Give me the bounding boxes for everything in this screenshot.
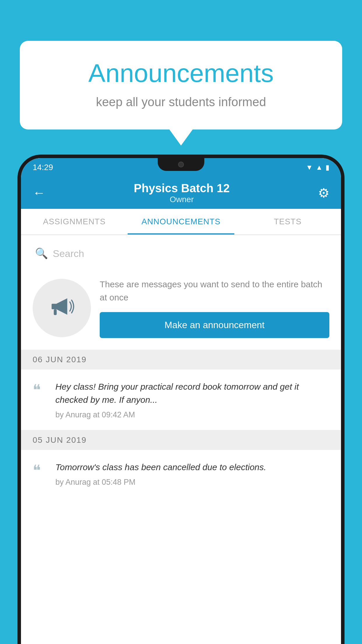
message-author-2: by Anurag at 05:48 PM (55, 478, 329, 487)
search-placeholder: Search (53, 248, 84, 259)
date-label-1: 06 JUN 2019 (33, 355, 87, 364)
megaphone-icon-inner (47, 293, 76, 323)
speech-bubble-tail (169, 130, 193, 146)
date-label-2: 05 JUN 2019 (33, 435, 87, 445)
svg-marker-0 (56, 298, 67, 314)
make-announcement-button[interactable]: Make an announcement (100, 312, 329, 338)
camera (178, 162, 184, 167)
message-text-2: Tomorrow's class has been cancelled due … (55, 461, 329, 474)
status-icons: ▼ ▲ ▮ (306, 163, 329, 172)
message-content-1: Hey class! Bring your practical record b… (55, 380, 329, 419)
message-item-1[interactable]: ❝ Hey class! Bring your practical record… (21, 370, 341, 430)
tabs-bar: ASSIGNMENTS ANNOUNCEMENTS TESTS (21, 209, 341, 235)
quote-icon-1: ❝ (33, 380, 47, 398)
message-author-1: by Anurag at 09:42 AM (55, 410, 329, 419)
settings-icon[interactable]: ⚙ (318, 186, 329, 200)
wifi-icon: ▼ (306, 163, 313, 172)
status-time: 14:29 (33, 163, 53, 172)
announcement-prompt: These are messages you want to send to t… (21, 266, 341, 350)
quote-icon-2: ❝ (33, 461, 47, 478)
date-section-1: 06 JUN 2019 (21, 350, 341, 370)
message-content-2: Tomorrow's class has been cancelled due … (55, 461, 329, 487)
app-content: 🔍 Search (21, 235, 341, 497)
phone-screen: 14:29 ▼ ▲ ▮ ← Physics Batch 12 Owner ⚙ A… (21, 158, 341, 644)
speech-bubble: Announcements keep all your students inf… (20, 41, 342, 130)
search-bar[interactable]: 🔍 Search (27, 241, 335, 266)
announcement-description: These are messages you want to send to t… (100, 278, 329, 304)
svg-rect-1 (52, 304, 57, 309)
tab-announcements[interactable]: ANNOUNCEMENTS (128, 209, 234, 235)
signal-icon: ▲ (316, 163, 323, 172)
app-bar-center: Physics Batch 12 Owner (134, 182, 230, 204)
tab-assignments[interactable]: ASSIGNMENTS (21, 209, 128, 235)
search-icon: 🔍 (35, 247, 48, 260)
phone-frame: 14:29 ▼ ▲ ▮ ← Physics Batch 12 Owner ⚙ A… (17, 155, 345, 644)
message-text-1: Hey class! Bring your practical record b… (55, 380, 329, 406)
megaphone-svg (47, 293, 76, 322)
announcement-right: These are messages you want to send to t… (100, 278, 329, 338)
notch (158, 158, 204, 171)
status-bar: 14:29 ▼ ▲ ▮ (21, 158, 341, 177)
app-bar: ← Physics Batch 12 Owner ⚙ (21, 177, 341, 209)
batch-title: Physics Batch 12 (134, 182, 230, 195)
megaphone-icon-circle (33, 279, 91, 337)
speech-bubble-subtitle: keep all your students informed (43, 95, 319, 109)
svg-rect-2 (54, 309, 57, 315)
tab-tests[interactable]: TESTS (234, 209, 341, 235)
speech-bubble-container: Announcements keep all your students inf… (20, 41, 342, 146)
message-item-2[interactable]: ❝ Tomorrow's class has been cancelled du… (21, 450, 341, 497)
batch-subtitle: Owner (134, 195, 230, 204)
speech-bubble-title: Announcements (43, 58, 319, 88)
back-button[interactable]: ← (33, 186, 45, 200)
date-section-2: 05 JUN 2019 (21, 430, 341, 450)
battery-icon: ▮ (326, 163, 329, 172)
